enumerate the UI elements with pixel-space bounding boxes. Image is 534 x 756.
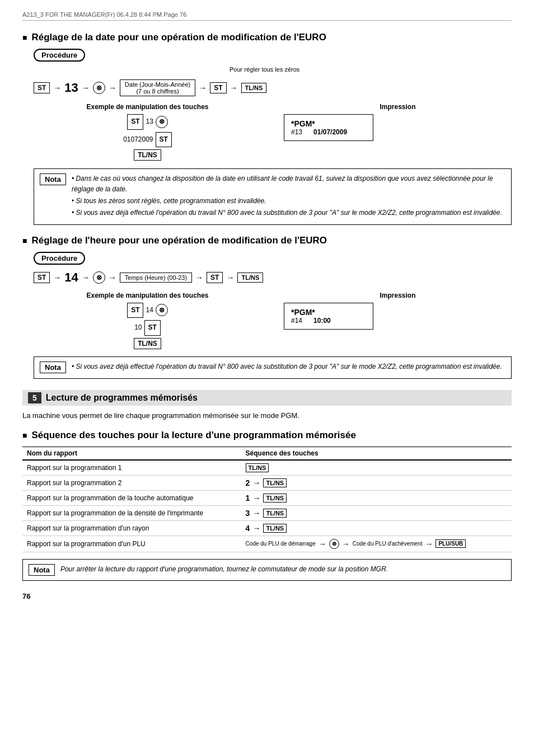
st-key-1: ST [34,82,50,93]
table-row: Rapport sur la programmation 1 TL/NS [22,460,512,476]
table-row: Rapport sur la programmation d'un rayon … [22,520,512,536]
sequence-table: Nom du rapport Séquence des touches Rapp… [22,447,512,552]
nota-text-2: • Si vous avez déjà effectué l'opération… [72,361,502,373]
number-13: 13 [64,81,78,95]
nota-label-1: Nota [40,173,66,185]
example-section-2: Exemple de manipulation des touches ST 1… [34,292,512,350]
row-seq-1: 2 → TL/NS [241,475,512,490]
hash-14: #14 [291,317,302,325]
example-col-1: Exemple de manipulation des touches ST 1… [34,103,261,162]
row-seq-4: 4 → TL/NS [241,520,512,536]
date-value-1: 01/07/2009 [313,128,347,136]
nota-box-5: Nota Pour arrêter la lecture du rapport … [22,559,512,581]
time-value: 10:00 [313,317,331,325]
key-seq-1: ST 13 ⊗ 01072009 ST TL/NS [34,114,261,162]
row-name-2: Rapport sur la programmation de la touch… [22,490,241,505]
section5: 5 Lecture de programmes mémorisés La mac… [22,390,512,581]
impression-col-2: Impression *PGM* #14 10:00 [284,292,512,350]
col-header-seq: Séquence des touches [241,447,512,460]
row-name-5: Rapport sur la programmation d'un PLU [22,536,241,552]
time-label-box: Temps (Heure) (00-23) [120,273,192,283]
row-name-4: Rapport sur la programmation d'un rayon [22,520,241,536]
section5-title: Lecture de programmes mémorisés [46,393,198,403]
tlns-key-1: TL/NS [241,83,267,93]
circle-x-1: ⊗ [93,82,105,94]
date-label-box: Date (Jour-Mois-Année) (7 ou 8 chiffres) [120,79,195,96]
section-date-euro: Réglage de la date pour une opération de… [22,32,512,225]
impression-title-2: Impression [284,292,512,299]
section5-num: 5 [28,392,41,403]
nota-label-2: Nota [40,361,66,373]
circle-x-2: ⊗ [93,271,105,284]
row-name-1: Rapport sur la programmation 2 [22,475,241,490]
procedure-label-2: Procédure [34,252,85,265]
flow-row-2: ST → 14 → ⊗ → Temps (Heure) (00-23) → ST… [34,270,512,285]
page-header: A213_3 FOR THE MANAGER(Fr) 06.4.28 8:44 … [22,11,512,21]
row-seq-3: 3 → TL/NS [241,505,512,520]
row-seq-5: Code du PLU de démarrage → ⊗ → Code du P… [241,536,512,552]
table-row: Rapport sur la programmation de la densi… [22,505,512,520]
table-row: Rapport sur la programmation 2 2 → TL/NS [22,475,512,490]
arrow-1a: → [53,83,61,92]
page-number: 76 [22,592,512,600]
table-row: Rapport sur la programmation de la touch… [22,490,512,505]
header-text: A213_3 FOR THE MANAGER(Fr) 06.4.28 8:44 … [22,11,186,18]
nota-text-1: • Dans le cas où vous changez la disposi… [72,173,505,220]
subsection-title: Séquence des touches pour la lecture d'u… [22,430,512,441]
row-name-3: Rapport sur la programmation de la densi… [22,505,241,520]
st-key-4: ST [207,272,223,283]
flow-row-1: ST → 13 → ⊗ → Date (Jour-Mois-Année) (7 … [34,79,512,96]
col-header-name: Nom du rapport [22,447,241,460]
st-key-2: ST [210,82,226,93]
impression-col-1: Impression *PGM* #13 01/07/2009 [284,103,512,162]
section1-title: Réglage de la date pour une opération de… [22,32,512,43]
row-seq-0: TL/NS [241,460,512,476]
arrow-1c: → [109,83,116,92]
arrow-1d: → [199,83,207,92]
nota-label-5: Nota [29,564,55,576]
key-seq-2: ST 14 ⊗ 10 ST TL/NS [34,303,261,350]
example-section-1: Exemple de manipulation des touches ST 1… [34,103,512,162]
intro-text: La machine vous permet de lire chaque pr… [22,411,512,420]
arrow-1e: → [230,83,238,92]
nota-box-2: Nota • Si vous avez déjà effectué l'opér… [34,356,512,378]
example-col-2: Exemple de manipulation des touches ST 1… [34,292,261,350]
tlns-key-2: TL/NS [237,273,263,283]
procedure-label-1: Procédure [34,49,85,62]
print-box-1: *PGM* #13 01/07/2009 [284,114,373,141]
hash-13: #13 [291,128,302,136]
st-key-3: ST [34,272,50,283]
example-title-1: Exemple de manipulation des touches [34,103,261,111]
table-row: Rapport sur la programmation d'un PLU Co… [22,536,512,552]
arrow-1b: → [82,83,90,92]
nota-box-1: Nota • Dans le cas où vous changez la di… [34,168,512,225]
pgm-star-1: *PGM* [291,119,366,128]
number-14: 14 [64,270,78,285]
pgm-star-2: *PGM* [291,308,366,317]
row-name-0: Rapport sur la programmation 1 [22,460,241,476]
print-box-2: *PGM* #14 10:00 [284,303,373,330]
note-above-1: Pour régler tous les zéros [229,66,299,73]
section-heure-euro: Réglage de l'heure pour une opération de… [22,235,512,379]
section2-title: Réglage de l'heure pour une opération de… [22,235,512,246]
impression-title-1: Impression [284,103,512,111]
example-title-2: Exemple de manipulation des touches [34,292,261,299]
nota-text-5: Pour arrêter la lecture du rapport d'une… [60,564,388,576]
section5-header: 5 Lecture de programmes mémorisés [22,390,512,406]
row-seq-2: 1 → TL/NS [241,490,512,505]
